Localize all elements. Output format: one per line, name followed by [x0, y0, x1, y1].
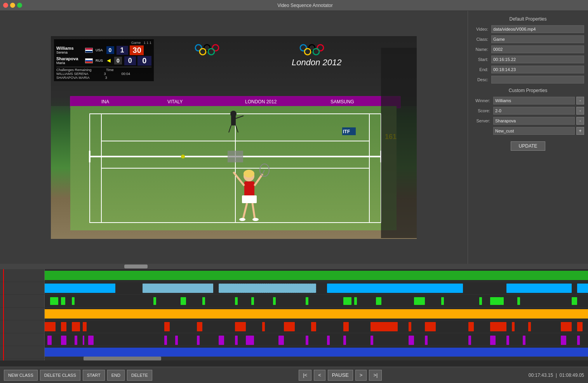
new-cust-add-button[interactable]: +	[576, 127, 584, 135]
seg-5-12[interactable]	[278, 336, 284, 345]
row-content-2[interactable]	[45, 295, 588, 307]
row-content-0[interactable]	[45, 269, 588, 282]
seg-1-4[interactable]	[327, 284, 463, 293]
seg-2-4[interactable]	[153, 297, 156, 305]
timeline-hscroll-handle[interactable]	[84, 357, 161, 360]
seg-2-10[interactable]	[306, 297, 308, 305]
seg-4-15[interactable]	[468, 322, 474, 331]
seg-5-13[interactable]	[306, 336, 308, 345]
seg-5-8[interactable]	[197, 336, 200, 345]
seg-5-11[interactable]	[246, 336, 254, 345]
seg-4-17[interactable]	[512, 322, 515, 331]
skip-end-button[interactable]: >|	[369, 370, 382, 381]
seg-4-7[interactable]	[235, 322, 246, 331]
seg-5-3[interactable]	[75, 336, 77, 345]
seg-1-5[interactable]	[506, 284, 572, 293]
seg-4-14[interactable]	[425, 322, 436, 331]
seg-5-22[interactable]	[523, 336, 525, 345]
delete-class-button[interactable]: DELETE CLASS	[40, 370, 80, 381]
seg-5-20[interactable]	[490, 336, 496, 345]
end-button[interactable]: END	[107, 370, 125, 381]
seg-2-19[interactable]	[517, 297, 520, 305]
seg-4-1[interactable]	[45, 322, 56, 331]
row-content-3[interactable]	[45, 308, 588, 320]
next-button[interactable]: >	[355, 370, 367, 381]
desc-input[interactable]	[491, 76, 584, 84]
pause-button[interactable]: PAUSE	[328, 370, 353, 381]
seg-5-24[interactable]	[577, 336, 580, 345]
seg-4-10[interactable]	[311, 322, 317, 331]
seg-4-4[interactable]	[83, 322, 87, 331]
seg-5-21[interactable]	[506, 336, 509, 345]
server-remove-button[interactable]: -	[576, 117, 584, 125]
seg-5-4[interactable]	[83, 336, 84, 345]
seg-4-11[interactable]	[343, 322, 349, 331]
class-input[interactable]	[491, 35, 584, 43]
seg-4-9[interactable]	[284, 322, 295, 331]
seg-2-9[interactable]	[273, 297, 276, 305]
seg-5-19[interactable]	[468, 336, 471, 345]
seg-4-3[interactable]	[72, 322, 80, 331]
seg-2-13[interactable]	[376, 297, 381, 305]
seg-4-16[interactable]	[490, 322, 506, 331]
seg-2-15[interactable]	[441, 297, 444, 305]
score-remove-button[interactable]: -	[576, 107, 584, 115]
row-content-1[interactable]	[45, 282, 588, 294]
seg-5-1[interactable]	[47, 336, 52, 345]
seg-2-3[interactable]	[72, 297, 75, 305]
seg-1-1[interactable]	[45, 284, 115, 293]
seg-5-16[interactable]	[371, 336, 373, 345]
new-cust-input[interactable]	[493, 127, 575, 135]
maximize-button[interactable]	[17, 3, 22, 8]
close-button[interactable]	[3, 3, 8, 8]
seg-5-15[interactable]	[343, 336, 346, 345]
seg-2-11[interactable]	[343, 297, 351, 305]
minimize-button[interactable]	[10, 3, 15, 8]
row-content-5[interactable]	[45, 333, 588, 346]
seg-5-2[interactable]	[61, 336, 66, 345]
prev-button[interactable]: <	[314, 370, 325, 381]
seg-5-17[interactable]	[409, 336, 414, 345]
seg-2-14[interactable]	[414, 297, 425, 305]
seg-5-7[interactable]	[175, 336, 178, 345]
seg-2-5[interactable]	[181, 297, 186, 305]
seg-2-2[interactable]	[61, 297, 65, 305]
seg-1-6[interactable]	[577, 284, 588, 293]
seg-1-3[interactable]	[219, 284, 317, 293]
new-class-button[interactable]: NEW CLASS	[4, 370, 38, 381]
seg-4-13[interactable]	[409, 322, 411, 331]
seg-2-7[interactable]	[235, 297, 238, 305]
timeline-scroll-handle[interactable]	[124, 265, 148, 268]
seg-2-17[interactable]	[490, 297, 501, 305]
winner-input[interactable]	[493, 97, 575, 104]
seg-2-16[interactable]	[479, 297, 482, 305]
end-input[interactable]	[491, 66, 584, 73]
seg-4-18[interactable]	[528, 322, 531, 331]
seg-2-6[interactable]	[202, 297, 205, 305]
seg-4-8[interactable]	[262, 322, 265, 331]
seg-4-12[interactable]	[371, 322, 398, 331]
skip-start-button[interactable]: |<	[299, 370, 311, 381]
seg-1-2[interactable]	[143, 284, 213, 293]
name-input[interactable]	[491, 45, 584, 53]
seg-4-5[interactable]	[164, 322, 170, 331]
start-button[interactable]: START	[83, 370, 105, 381]
delete-button[interactable]: DELETE	[127, 370, 152, 381]
seg-2-1[interactable]	[50, 297, 58, 305]
seg-2-20[interactable]	[572, 297, 577, 305]
seg-2-18[interactable]	[501, 297, 504, 305]
winner-remove-button[interactable]: -	[576, 97, 584, 104]
timeline-horizontal-scrollbar[interactable]	[45, 357, 588, 360]
update-button[interactable]: UPDATE	[511, 141, 546, 151]
seg-5-10[interactable]	[235, 336, 238, 345]
seg-4-6[interactable]	[197, 322, 202, 331]
timeline-scrollbar-top[interactable]	[0, 264, 588, 269]
seg-5-9[interactable]	[219, 336, 224, 345]
seg-4-20[interactable]	[577, 322, 583, 331]
server-input[interactable]	[493, 117, 575, 125]
seg-5-5[interactable]	[88, 336, 94, 345]
start-input[interactable]	[491, 56, 584, 63]
seg-5-18[interactable]	[425, 336, 428, 345]
seg-5-6[interactable]	[164, 336, 167, 345]
seg-4-19[interactable]	[561, 322, 572, 331]
